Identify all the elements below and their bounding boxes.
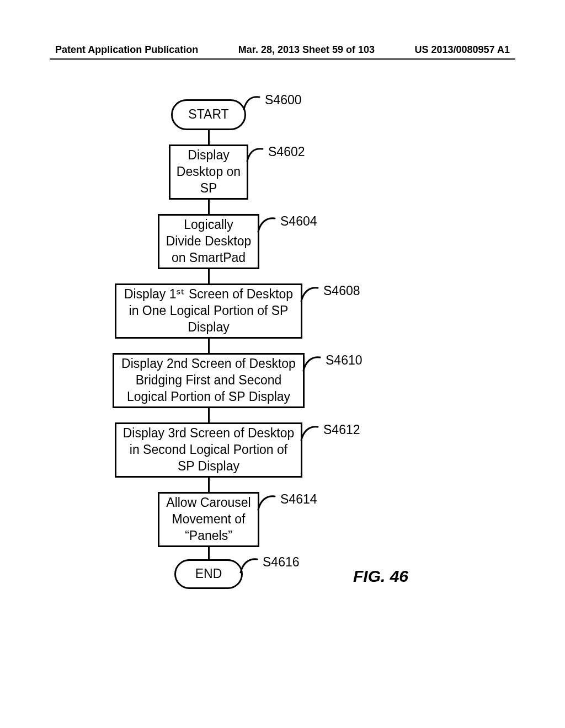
label-s4610: S4610 xyxy=(326,353,363,368)
node-s4604-text: Logically Divide Desktop on SmartPad xyxy=(165,217,252,266)
header: Patent Application Publication Mar. 28, … xyxy=(55,44,510,56)
node-s4614: Allow Carousel Movement of “Panels” xyxy=(158,492,259,547)
node-s4608-text: Display 1ˢᵗ Screen of Desktop in One Log… xyxy=(122,286,295,336)
label-s4616: S4616 xyxy=(263,555,300,570)
node-s4608: Display 1ˢᵗ Screen of Desktop in One Log… xyxy=(115,283,302,339)
node-s4602: Display Desktop on SP xyxy=(169,144,248,200)
node-s4610-text: Display 2nd Screen of Desktop Bridging F… xyxy=(120,356,297,405)
connector-4610-4612 xyxy=(208,408,210,422)
flowchart-diagram: START S4600 Display Desktop on SP S4602 … xyxy=(0,88,565,640)
node-s4602-text: Display Desktop on SP xyxy=(176,147,241,197)
header-divider xyxy=(50,58,515,60)
label-s4600: S4600 xyxy=(265,93,302,108)
node-start-text: START xyxy=(188,106,228,123)
label-s4608: S4608 xyxy=(323,283,360,298)
label-s4614: S4614 xyxy=(280,492,317,507)
connector-4604-4608 xyxy=(208,269,210,283)
node-start: START xyxy=(171,99,246,130)
label-s4612: S4612 xyxy=(323,422,360,437)
connector-4608-4610 xyxy=(208,339,210,353)
connector-4602-4604 xyxy=(208,200,210,214)
node-s4614-text: Allow Carousel Movement of “Panels” xyxy=(165,495,252,544)
node-s4604: Logically Divide Desktop on SmartPad xyxy=(158,214,259,269)
hook-s4614 xyxy=(257,494,280,512)
node-s4612: Display 3rd Screen of Desktop in Second … xyxy=(115,422,302,478)
node-s4612-text: Display 3rd Screen of Desktop in Second … xyxy=(122,425,295,475)
connector-4612-4614 xyxy=(208,478,210,492)
connector-4614-end xyxy=(208,547,210,559)
hook-s4612 xyxy=(300,425,323,442)
node-s4610: Display 2nd Screen of Desktop Bridging F… xyxy=(113,353,305,408)
label-s4604: S4604 xyxy=(280,214,317,229)
hook-s4604 xyxy=(257,216,280,234)
header-center: Mar. 28, 2013 Sheet 59 of 103 xyxy=(238,44,375,56)
connector-start-4602 xyxy=(208,130,210,144)
figure-caption: FIG. 46 xyxy=(353,567,408,586)
header-left: Patent Application Publication xyxy=(55,44,198,56)
hook-s4610 xyxy=(302,355,326,373)
node-end-text: END xyxy=(195,566,222,582)
header-right: US 2013/0080957 A1 xyxy=(415,44,510,56)
label-s4602: S4602 xyxy=(268,144,305,159)
node-end: END xyxy=(174,559,243,589)
hook-s4608 xyxy=(300,286,323,303)
hook-s4602 xyxy=(246,147,268,163)
hook-s4600 xyxy=(243,95,265,111)
hook-s4616 xyxy=(239,557,263,575)
